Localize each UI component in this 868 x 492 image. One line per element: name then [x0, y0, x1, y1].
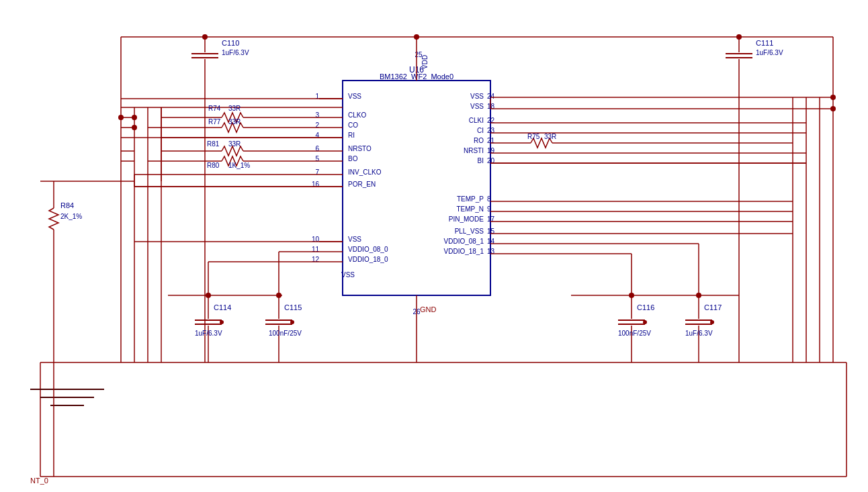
svg-point-136	[830, 106, 836, 111]
svg-point-110	[206, 293, 211, 298]
pin-temp-p: TEMP_P	[457, 195, 484, 203]
svg-point-89	[710, 320, 714, 324]
pin-bi: BI	[478, 157, 484, 164]
pin-co: CO	[348, 121, 358, 129]
pin-vddio-18-1: VDDIO_18_1	[444, 248, 484, 255]
r75-ref: R75	[527, 133, 540, 140]
c110-val: 1uF/6.3V	[222, 49, 249, 56]
pin-vdd-label: VDD	[421, 55, 429, 69]
svg-point-111	[276, 293, 281, 298]
r77-ref: R77	[208, 118, 221, 126]
r75-val: 33R	[544, 133, 556, 140]
pin-vddio-08-1: VDDIO_08_1	[444, 238, 484, 245]
c116-ref: C116	[637, 303, 654, 311]
svg-point-112	[629, 293, 634, 298]
pin-24-num: 24	[487, 93, 495, 100]
pin-inv-clko: INV_CLKO	[348, 168, 382, 176]
pin-vss-10: VSS	[348, 236, 361, 243]
pin-vddio-18-0: VDDIO_18_0	[348, 256, 388, 263]
c111-val: 1uF/6.3V	[756, 49, 783, 56]
pin-clki: CLKI	[469, 117, 484, 124]
r81-val: 33R	[228, 140, 241, 148]
svg-point-114	[118, 115, 124, 120]
svg-point-113	[696, 293, 701, 298]
r81-ref: R81	[207, 140, 220, 148]
c111-ref: C111	[756, 39, 773, 47]
pin-temp-n: TEMP_N	[456, 205, 484, 213]
pin-ci: CI	[477, 127, 484, 134]
pin-bo: BO	[348, 155, 358, 162]
c114-ref: C114	[214, 303, 231, 311]
schematic-canvas: U16 BM1362_WF2_Mode0 VDD 25 26 VSS 1 CLK…	[0, 0, 868, 492]
r77-val: 33R	[228, 118, 241, 126]
pin-vss-18: VSS	[470, 103, 484, 110]
pin-ri: RI	[348, 132, 355, 139]
c115-val: 100nF/25V	[269, 330, 302, 337]
svg-point-109	[414, 34, 419, 40]
pin-por-en: POR_EN	[348, 181, 376, 188]
r74-ref: R74	[208, 105, 221, 112]
pin-nrsti: NRSTI	[464, 147, 484, 154]
pin-pll-vss: PLL_VSS	[455, 228, 484, 235]
svg-point-107	[202, 34, 208, 40]
gnd-label: GND	[420, 305, 437, 313]
pin-pin-mode: PIN_MODE	[449, 215, 484, 223]
pin-vddio-08-0: VDDIO_08_0	[348, 246, 388, 253]
c110-ref: C110	[222, 39, 239, 47]
pin-ro: RO	[474, 137, 484, 144]
r80-val: 1K_1%	[228, 162, 250, 169]
r84-val: 2K_1%	[60, 213, 82, 220]
svg-point-135	[830, 95, 836, 100]
svg-point-76	[290, 320, 294, 324]
c115-ref: C115	[284, 303, 302, 311]
nt0-label: NT_0	[30, 477, 48, 485]
pin-vdd-num: 25	[415, 51, 423, 58]
r80-ref: R80	[207, 162, 220, 169]
pin-clko: CLKO	[348, 111, 366, 119]
c117-val: 1uF/6.3V	[685, 330, 713, 337]
pin-vss-24: VSS	[470, 93, 484, 100]
svg-point-69	[220, 320, 224, 324]
pin-vss-1: VSS	[348, 93, 361, 100]
svg-point-82	[643, 320, 647, 324]
pin-nrsto: NRSTO	[348, 145, 372, 152]
r84-ref: R84	[60, 201, 74, 209]
pin-vss-bot-label: VSS	[341, 271, 355, 279]
c114-val: 1uF/6.3V	[195, 330, 222, 337]
c117-ref: C117	[704, 303, 722, 311]
c116-val: 100nF/25V	[618, 330, 651, 337]
svg-point-115	[132, 115, 137, 120]
svg-point-116	[132, 125, 137, 130]
r74-val: 33R	[228, 105, 241, 112]
svg-point-108	[736, 34, 742, 40]
